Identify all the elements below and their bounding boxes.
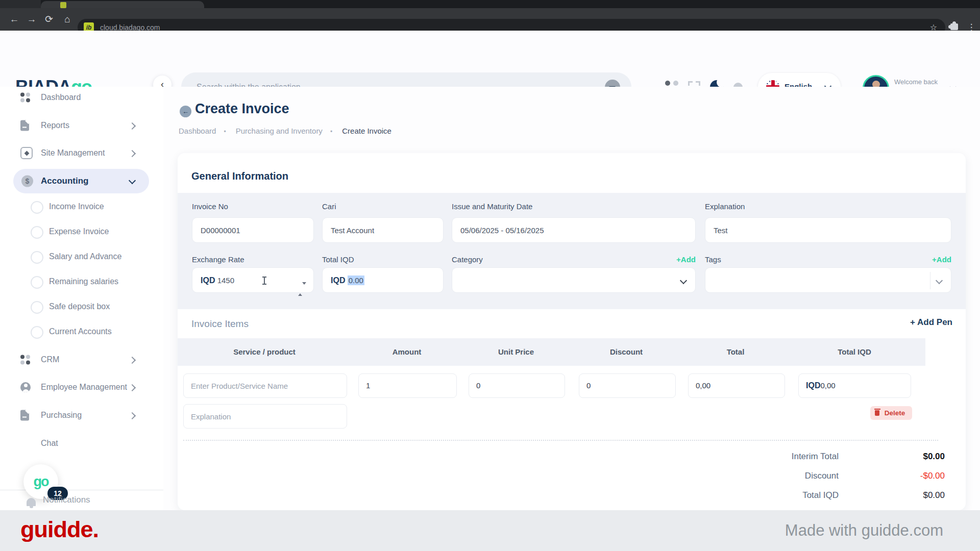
sidebar-item-salary-and-advance[interactable]: Salary and Advance	[0, 246, 163, 267]
explanation-field[interactable]: Test	[705, 217, 951, 243]
page-title: Create Invoice	[195, 101, 289, 117]
main-content: ← Create Invoice Dashboard• Purchasing a…	[163, 87, 980, 510]
browser-home-icon[interactable]: ⌂	[60, 8, 75, 31]
text-cursor	[264, 277, 265, 285]
col-service-product: Service / product	[233, 338, 296, 366]
chevron-right-icon	[129, 150, 136, 157]
row-total-field[interactable]: 0,00	[688, 373, 785, 398]
chevron-right-icon	[129, 122, 136, 130]
tab-strip-left	[0, 0, 41, 8]
sidebar-item-employee-management[interactable]: Employee Management	[0, 376, 163, 398]
report-file-icon	[20, 120, 29, 131]
tab-favicon	[60, 2, 66, 8]
explanation-label: Explanation	[705, 202, 745, 211]
add-pen-button[interactable]: + Add Pen	[910, 317, 952, 328]
sidebar-item-crm[interactable]: CRM	[0, 348, 163, 371]
browser-reload-icon[interactable]: ⟳	[42, 8, 56, 31]
chevron-down-icon	[129, 177, 136, 184]
discount-value: -$0.00	[849, 471, 945, 481]
sidebar-item-safe-deposit-box[interactable]: Safe deposit box	[0, 296, 163, 317]
guidde-watermark-bar: guidde. Made with guidde.com	[0, 510, 980, 551]
cari-label: Cari	[322, 202, 336, 211]
sidebar-item-purchasing[interactable]: Purchasing	[0, 404, 163, 427]
breadcrumb-create-invoice: Create Invoice	[342, 127, 391, 135]
interim-total-value: $0.00	[849, 452, 945, 462]
back-button[interactable]: ←	[180, 106, 191, 117]
radio-icon	[31, 326, 43, 339]
col-total: Total	[727, 338, 745, 366]
sidebar-item-dashboard[interactable]: Dashboard	[0, 86, 163, 109]
crm-grid-icon	[20, 355, 30, 365]
sidebar-item-reports[interactable]: Reports	[0, 114, 163, 137]
total-iqd-field[interactable]: IQD 0.00	[322, 267, 444, 293]
app-header: BIADAgo ‹ Search within the application …	[0, 31, 980, 87]
sidebar-item-notifications[interactable]: Notifications	[43, 495, 90, 505]
exchange-rate-label: Exchange Rate	[192, 255, 244, 264]
total-iqd-value: 0.00	[348, 276, 364, 285]
guidde-logo: guidde.	[20, 516, 99, 543]
invoice-no-label: Invoice No	[192, 202, 228, 211]
chevron-down-icon	[680, 277, 687, 284]
sidebar-item-expense-invoice[interactable]: Expense Invoice	[0, 221, 163, 242]
date-label: Issue and Maturity Date	[452, 202, 532, 211]
category-select[interactable]	[452, 267, 696, 293]
discount-input[interactable]: 0	[579, 373, 676, 398]
currency-prefix: IQD	[806, 381, 820, 390]
breadcrumb: Dashboard• Purchasing and Inventory• Cre…	[179, 127, 399, 135]
select-divider	[930, 272, 930, 289]
col-amount: Amount	[393, 338, 422, 366]
delete-row-button[interactable]: Delete	[870, 406, 912, 420]
breadcrumb-separator: •	[224, 128, 226, 135]
row-total-iqd-field[interactable]: IQD0,00	[798, 373, 911, 398]
sidebar-item-remaining-salaries[interactable]: Remaining salaries	[0, 271, 163, 292]
radio-icon	[31, 251, 43, 264]
breadcrumb-purchasing-inventory[interactable]: Purchasing and Inventory	[236, 127, 323, 135]
category-add-link[interactable]: +Add	[452, 255, 696, 264]
sidebar-item-site-management[interactable]: Site Management	[0, 142, 163, 164]
extensions-icon[interactable]	[950, 23, 958, 30]
number-stepper[interactable]	[298, 277, 306, 302]
screen: ← → ⟳ ⌂ ib cloud.biadago.com ☆ ⋮ BIADAgo…	[0, 0, 980, 551]
exchange-rate-field[interactable]: IQD 1450	[192, 267, 314, 293]
date-field[interactable]: 05/06/2025 - 05/16/2025	[452, 217, 696, 243]
sidebar-item-chat[interactable]: Chat	[0, 432, 163, 455]
chevron-right-icon	[129, 357, 136, 364]
product-name-input[interactable]	[183, 373, 347, 398]
browser-back-icon[interactable]: ←	[7, 8, 21, 31]
invoice-no-field[interactable]: D00000001	[192, 217, 314, 243]
general-info-title: General Information	[191, 170, 288, 182]
browser-forward-icon[interactable]: →	[24, 8, 39, 31]
amount-input[interactable]: 1	[358, 373, 457, 398]
col-discount: Discount	[610, 338, 643, 366]
radio-icon	[31, 301, 43, 314]
total-iqd-label: Total IQD	[322, 255, 354, 264]
notifications-bell-icon[interactable]	[27, 498, 36, 506]
row-divider	[183, 440, 938, 441]
total-iqd-label: Total IQD	[688, 490, 839, 500]
chevron-down-icon	[936, 277, 943, 284]
cube-icon	[20, 147, 33, 159]
currency-prefix: IQD	[201, 276, 215, 285]
unit-price-input[interactable]: 0	[469, 373, 565, 398]
radio-icon	[31, 201, 43, 214]
row-explanation-input[interactable]	[183, 404, 347, 429]
general-info-form: Invoice No Cari Issue and Maturity Date …	[178, 193, 966, 309]
col-total-iqd: Total IQD	[838, 338, 871, 366]
sidebar-item-current-accounts[interactable]: Current Accounts	[0, 321, 163, 342]
chevron-right-icon	[129, 384, 136, 391]
breadcrumb-dashboard[interactable]: Dashboard	[179, 127, 216, 135]
tags-add-link[interactable]: +Add	[705, 255, 951, 264]
breadcrumb-separator: •	[330, 128, 332, 135]
sidebar-item-income-invoice[interactable]: Income Invoice	[0, 196, 163, 217]
browser-tab-strip	[0, 0, 980, 8]
sidebar-item-accounting[interactable]: $ Accounting	[13, 169, 149, 193]
exchange-rate-value: 1450	[217, 276, 234, 285]
radio-icon	[31, 226, 43, 239]
browser-toolbar: ← → ⟳ ⌂ ib cloud.biadago.com ☆ ⋮	[0, 8, 980, 31]
person-icon	[20, 382, 31, 392]
cari-field[interactable]: Test Account	[322, 217, 444, 243]
delete-label: Delete	[885, 409, 905, 417]
interim-total-label: Interim Total	[688, 452, 839, 462]
tags-select[interactable]	[705, 267, 951, 293]
chevron-right-icon	[129, 412, 136, 419]
